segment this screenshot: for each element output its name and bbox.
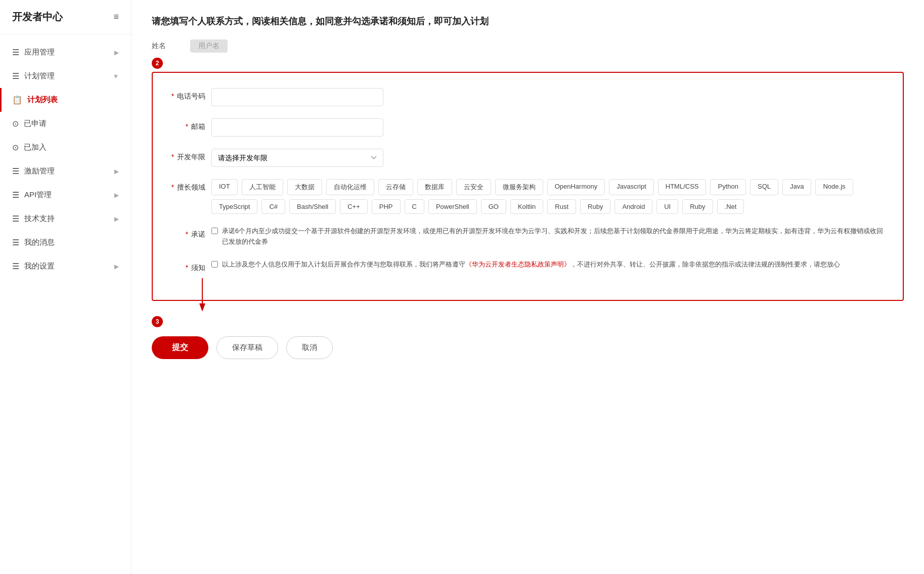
tag-microservices[interactable]: 微服务架构 xyxy=(495,179,543,195)
tag-ai[interactable]: 人工智能 xyxy=(242,179,283,195)
arrow-icon: ▼ xyxy=(113,73,119,80)
required-star: * xyxy=(186,230,188,238)
sidebar-item-api-management[interactable]: ☰ API管理 ▶ xyxy=(0,183,131,207)
tag-php[interactable]: PHP xyxy=(372,199,401,214)
tag-rust[interactable]: Rust xyxy=(547,199,576,214)
sidebar-item-joined[interactable]: ⊙ 已加入 xyxy=(0,136,131,159)
applied-icon: ⊙ xyxy=(12,119,19,128)
tag-htmlcss[interactable]: HTML/CSS xyxy=(658,179,707,195)
app-management-icon: ☰ xyxy=(12,48,19,57)
sidebar-item-label: 激励管理 xyxy=(24,166,55,176)
sidebar-title: 开发者中心 xyxy=(12,10,63,24)
sidebar-header: 开发者中心 ≡ xyxy=(0,0,131,34)
tag-kotlin[interactable]: Koltlin xyxy=(510,199,543,214)
sidebar-item-label: API管理 xyxy=(24,190,52,200)
email-label: * 邮箱 xyxy=(171,118,211,131)
arrow-icon: ▶ xyxy=(114,192,119,199)
privacy-policy-link[interactable]: 《华为云开发者生态隐私政策声明》 xyxy=(465,260,570,268)
tag-c[interactable]: C xyxy=(405,199,424,214)
tag-nodejs[interactable]: Node.js xyxy=(815,179,853,195)
submit-button[interactable]: 提交 xyxy=(152,336,208,359)
sidebar-item-incentive-management[interactable]: ☰ 激励管理 ▶ xyxy=(0,159,131,183)
cancel-button[interactable]: 取消 xyxy=(286,336,333,359)
sidebar-item-applied[interactable]: ⊙ 已申请 xyxy=(0,112,131,136)
sidebar-item-label: 计划列表 xyxy=(27,95,58,105)
email-input[interactable] xyxy=(211,118,383,137)
tag-openharmony[interactable]: OpenHarmony xyxy=(547,179,605,195)
promise-checkbox-row: 承诺6个月内至少成功提交一个基于开源软件创建的开源型开发环境，或使用已有的开源型… xyxy=(211,226,885,247)
tag-devops[interactable]: 自动化运维 xyxy=(326,179,374,195)
save-draft-button[interactable]: 保存草稿 xyxy=(216,336,278,359)
buttons-area: 提交 保存草稿 取消 xyxy=(152,336,333,359)
tag-cloudsecurity[interactable]: 云安全 xyxy=(456,179,491,195)
notice-checkbox[interactable] xyxy=(211,261,218,268)
step2-badge: 2 xyxy=(152,58,163,69)
tag-java[interactable]: Java xyxy=(782,179,811,195)
expertise-row: * 擅长领域 IOT 人工智能 大数据 自动化运维 云存储 数据库 云安全 微服… xyxy=(171,179,885,214)
api-icon: ☰ xyxy=(12,190,19,200)
tag-typescript[interactable]: TypeScript xyxy=(211,199,257,214)
tag-ruby2[interactable]: Ruby xyxy=(682,199,713,214)
sidebar: 开发者中心 ≡ ☰ 应用管理 ▶ ☰ 计划管理 ▼ 📋 计划列表 ⊙ 已申请 ⊙… xyxy=(0,0,131,574)
tag-cpp[interactable]: C++ xyxy=(340,199,368,214)
arrow-icon: ▶ xyxy=(114,49,119,56)
buttons-section: 3 提交 保存草稿 取消 xyxy=(152,316,904,359)
joined-icon: ⊙ xyxy=(12,143,19,152)
sidebar-menu: ☰ 应用管理 ▶ ☰ 计划管理 ▼ 📋 计划列表 ⊙ 已申请 ⊙ 已加入 ☰ 激… xyxy=(0,34,131,574)
phone-row: * 电话号码 xyxy=(171,88,885,106)
plan-list-icon: 📋 xyxy=(12,95,22,105)
main-content: 请您填写个人联系方式，阅读相关信息，如同意并勾选承诺和须知后，即可加入计划 姓名… xyxy=(131,0,924,574)
hamburger-icon[interactable]: ≡ xyxy=(113,12,119,22)
tag-android[interactable]: Android xyxy=(614,199,652,214)
name-label: 姓名 xyxy=(152,41,182,51)
sidebar-item-tech-support[interactable]: ☰ 技术支持 ▶ xyxy=(0,207,131,231)
sidebar-item-app-management[interactable]: ☰ 应用管理 ▶ xyxy=(0,40,131,64)
promise-checkbox[interactable] xyxy=(211,228,218,234)
email-row: * 邮箱 xyxy=(171,118,885,137)
tag-javascript[interactable]: Javascript xyxy=(609,179,654,195)
tag-python[interactable]: Python xyxy=(710,179,745,195)
phone-label: * 电话号码 xyxy=(171,88,211,101)
tag-cloudstorage[interactable]: 云存储 xyxy=(378,179,413,195)
tag-ruby1[interactable]: Ruby xyxy=(580,199,610,214)
tech-icon: ☰ xyxy=(12,214,19,224)
promise-text: 承诺6个月内至少成功提交一个基于开源软件创建的开源型开发环境，或使用已有的开源型… xyxy=(222,226,885,247)
sidebar-item-label: 已申请 xyxy=(24,119,47,128)
sidebar-item-my-messages[interactable]: ☰ 我的消息 xyxy=(0,231,131,254)
promise-row: * 承诺 承诺6个月内至少成功提交一个基于开源软件创建的开源型开发环境，或使用已… xyxy=(171,226,885,247)
settings-icon: ☰ xyxy=(12,261,19,271)
plan-management-icon: ☰ xyxy=(12,71,19,81)
phone-input[interactable] xyxy=(211,88,383,106)
sidebar-item-plan-management[interactable]: ☰ 计划管理 ▼ xyxy=(0,64,131,88)
tag-bash[interactable]: Bash/Shell xyxy=(289,199,336,214)
tag-ui[interactable]: UI xyxy=(656,199,678,214)
sidebar-item-label: 应用管理 xyxy=(24,48,55,57)
required-star: * xyxy=(186,263,188,272)
required-star: * xyxy=(186,122,188,130)
tag-sql[interactable]: SQL xyxy=(750,179,778,195)
sidebar-item-my-settings[interactable]: ☰ 我的设置 ▶ xyxy=(0,254,131,278)
name-value: 用户名 xyxy=(190,39,228,53)
step2-badge-wrapper: 2 xyxy=(152,58,904,69)
sidebar-item-label: 我的设置 xyxy=(24,261,55,271)
tag-database[interactable]: 数据库 xyxy=(417,179,452,195)
tag-iot[interactable]: IOT xyxy=(211,179,238,195)
sidebar-item-label: 技术支持 xyxy=(24,214,55,224)
required-star: * xyxy=(171,183,174,191)
tag-go[interactable]: GO xyxy=(481,199,506,214)
promise-label: * 承诺 xyxy=(171,226,211,239)
notice-row: * 须知 以上涉及您个人信息仅用于加入计划后开展合作方便与您取得联系，我们将严格… xyxy=(171,259,885,273)
incentive-icon: ☰ xyxy=(12,166,19,176)
sidebar-item-plan-list[interactable]: 📋 计划列表 xyxy=(0,88,131,112)
sidebar-item-label: 已加入 xyxy=(24,143,47,152)
tag-powershell[interactable]: PowerShell xyxy=(428,199,477,214)
notice-label: * 须知 xyxy=(171,259,211,273)
tag-dotnet[interactable]: .Net xyxy=(717,199,744,214)
page-header-title: 请您填写个人联系方式，阅读相关信息，如同意并勾选承诺和须知后，即可加入计划 xyxy=(152,15,904,27)
dev-years-select[interactable]: 请选择开发年限 1年以下 1-3年 3-5年 5-10年 10年以上 xyxy=(211,149,383,167)
tag-csharp[interactable]: C# xyxy=(261,199,285,214)
tag-bigdata[interactable]: 大数据 xyxy=(287,179,322,195)
expertise-tags-area: IOT 人工智能 大数据 自动化运维 云存储 数据库 云安全 微服务架构 Ope… xyxy=(211,179,885,214)
notice-text: 以上涉及您个人信息仅用于加入计划后开展合作方便与您取得联系，我们将严格遵守《华为… xyxy=(222,259,840,270)
required-star: * xyxy=(171,92,174,100)
